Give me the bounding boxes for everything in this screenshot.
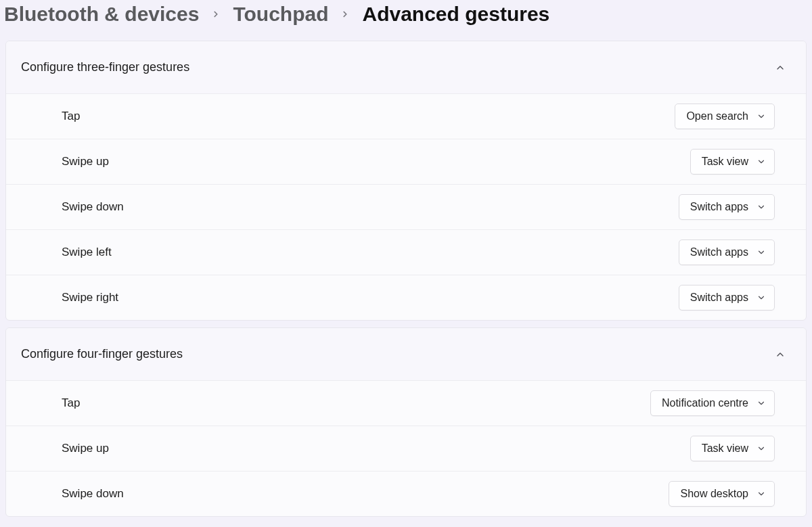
group-three-finger: Configure three-finger gestures Tap Open… xyxy=(5,41,807,321)
setting-row-three-tap: Tap Open search xyxy=(6,93,806,139)
breadcrumb-link-bluetooth-devices[interactable]: Bluetooth & devices xyxy=(4,3,199,26)
chevron-up-icon xyxy=(775,349,786,360)
select-value: Switch apps xyxy=(690,201,748,213)
setting-row-three-swipe-up: Swipe up Task view xyxy=(6,139,806,184)
group-header-four-finger[interactable]: Configure four-finger gestures xyxy=(6,328,806,380)
setting-row-three-swipe-down: Swipe down Switch apps xyxy=(6,184,806,229)
setting-label: Swipe down xyxy=(62,200,124,214)
setting-row-four-tap: Tap Notification centre xyxy=(6,380,806,426)
select-three-swipe-up[interactable]: Task view xyxy=(690,149,775,175)
group-title: Configure three-finger gestures xyxy=(21,60,189,74)
select-three-swipe-right[interactable]: Switch apps xyxy=(679,285,775,311)
select-value: Show desktop xyxy=(680,488,748,500)
select-value: Task view xyxy=(702,442,748,455)
breadcrumb-current: Advanced gestures xyxy=(362,3,549,26)
breadcrumb-link-touchpad[interactable]: Touchpad xyxy=(233,3,328,26)
select-three-swipe-left[interactable]: Switch apps xyxy=(679,239,775,265)
setting-label: Swipe down xyxy=(62,487,124,501)
select-value: Switch apps xyxy=(690,292,748,304)
select-four-swipe-down[interactable]: Show desktop xyxy=(669,481,775,507)
setting-row-three-swipe-right: Swipe right Switch apps xyxy=(6,275,806,320)
select-four-swipe-up[interactable]: Task view xyxy=(690,436,775,461)
select-three-swipe-down[interactable]: Switch apps xyxy=(679,194,775,220)
select-four-tap[interactable]: Notification centre xyxy=(650,390,775,416)
setting-row-four-swipe-up: Swipe up Task view xyxy=(6,426,806,471)
setting-label: Tap xyxy=(62,110,80,123)
select-value: Switch apps xyxy=(690,246,748,258)
setting-label: Swipe up xyxy=(62,442,109,455)
chevron-up-icon xyxy=(775,62,786,73)
select-three-tap[interactable]: Open search xyxy=(675,104,775,129)
setting-label: Swipe left xyxy=(62,246,112,259)
chevron-right-icon xyxy=(211,9,221,19)
setting-row-three-swipe-left: Swipe left Switch apps xyxy=(6,229,806,275)
breadcrumb: Bluetooth & devices Touchpad Advanced ge… xyxy=(0,0,812,41)
setting-label: Swipe up xyxy=(62,155,109,168)
setting-label: Tap xyxy=(62,396,80,410)
chevron-down-icon xyxy=(757,202,766,212)
group-title: Configure four-finger gestures xyxy=(21,347,183,361)
chevron-down-icon xyxy=(757,444,766,453)
chevron-down-icon xyxy=(757,398,766,408)
select-value: Notification centre xyxy=(662,397,748,409)
setting-row-four-swipe-down: Swipe down Show desktop xyxy=(6,471,806,516)
chevron-down-icon xyxy=(757,489,766,499)
chevron-down-icon xyxy=(757,157,766,166)
chevron-down-icon xyxy=(757,248,766,257)
chevron-down-icon xyxy=(757,293,766,302)
chevron-down-icon xyxy=(757,112,766,121)
select-value: Open search xyxy=(686,110,748,122)
select-value: Task view xyxy=(702,156,748,168)
chevron-right-icon xyxy=(340,9,350,19)
group-four-finger: Configure four-finger gestures Tap Notif… xyxy=(5,327,807,517)
setting-label: Swipe right xyxy=(62,291,118,304)
group-header-three-finger[interactable]: Configure three-finger gestures xyxy=(6,41,806,93)
